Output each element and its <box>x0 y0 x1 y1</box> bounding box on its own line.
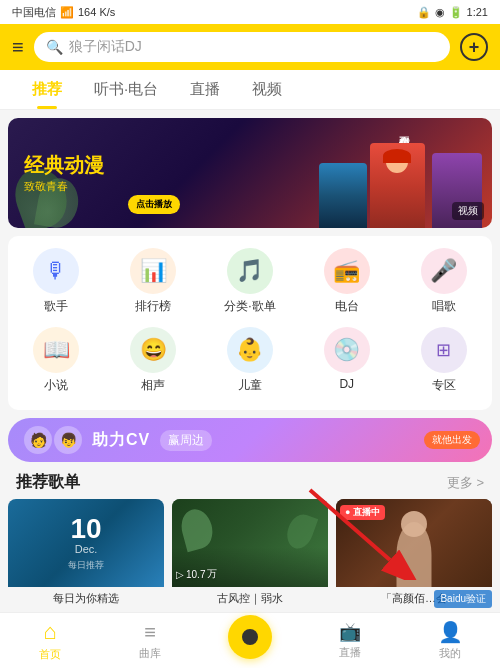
tab-live[interactable]: 直播 <box>174 70 236 109</box>
playlist-nav-label: 曲库 <box>139 646 161 661</box>
play-count: ▷ 10.7万 <box>176 567 217 581</box>
nav-live[interactable]: 📺 直播 <box>300 621 400 660</box>
music-card-daily[interactable]: 10 Dec. 每日推荐 每日为你精选 <box>8 499 164 606</box>
plus-icon: + <box>469 37 480 58</box>
radio-label: 电台 <box>335 298 359 315</box>
watermark: Baidu验证 <box>434 590 492 608</box>
novel-label: 小说 <box>44 377 68 394</box>
music-card-ancient[interactable]: ▷ 10.7万 古风控｜弱水 <box>172 499 328 606</box>
speed-label: 164 K/s <box>78 6 115 18</box>
card-label-daily: 每日为你精选 <box>8 587 164 606</box>
children-label: 儿童 <box>238 377 262 394</box>
signal-icon: 📶 <box>60 6 74 19</box>
card-image-ancient: ▷ 10.7万 <box>172 499 328 587</box>
banner-play-button[interactable]: 点击播放 <box>128 195 180 214</box>
live-badge: ● 直播中 <box>340 505 385 520</box>
status-right: 🔒 ◉ 🔋 1:21 <box>417 6 488 19</box>
section-title: 推荐歌单 <box>16 472 80 493</box>
status-bar: 中国电信 📶 164 K/s 🔒 ◉ 🔋 1:21 <box>0 0 500 24</box>
icon-row-2: 📖 小说 😄 相声 👶 儿童 💿 DJ ⊞ 专区 <box>8 327 492 394</box>
icon-playlist[interactable]: 🎵 分类·歌单 <box>220 248 280 315</box>
profile-nav-label: 我的 <box>439 646 461 661</box>
nav-home[interactable]: ⌂ 首页 <box>0 619 100 662</box>
nav-playlist[interactable]: ≡ 曲库 <box>100 621 200 661</box>
banner[interactable]: 经典动漫 致敬青春 那个不在时代 点击播放 视频 <box>8 118 492 228</box>
dj-label: DJ <box>339 377 354 391</box>
card-date: 10 Dec. 每日推荐 <box>68 515 104 572</box>
lock-icon: 🔒 <box>417 6 431 19</box>
home-label: 首页 <box>39 647 61 662</box>
header: ≡ 🔍 狼子闲话DJ + <box>0 24 500 70</box>
status-left: 中国电信 📶 164 K/s <box>12 5 115 20</box>
bottom-nav: ⌂ 首页 ≡ 曲库 📺 直播 👤 我的 <box>0 612 500 668</box>
banner-badge: 视频 <box>452 202 484 220</box>
chart-label: 排行榜 <box>135 298 171 315</box>
singer-label: 歌手 <box>44 298 68 315</box>
banner-text: 经典动漫 致敬青春 <box>8 141 120 206</box>
play-icon: ▷ <box>176 569 184 580</box>
search-icon: 🔍 <box>46 39 63 55</box>
tab-video[interactable]: 视频 <box>236 70 298 109</box>
zone-label: 专区 <box>432 377 456 394</box>
add-button[interactable]: + <box>460 33 488 61</box>
banner-title: 经典动漫 <box>24 153 104 177</box>
recommend-section-header: 推荐歌单 更多 > <box>0 462 500 499</box>
anime-figure-1 <box>370 143 425 228</box>
home-icon: ⌂ <box>43 619 56 645</box>
novel-icon: 📖 <box>33 327 79 373</box>
nav-center[interactable] <box>200 615 300 667</box>
radio-icon: 📻 <box>324 248 370 294</box>
menu-icon[interactable]: ≡ <box>12 36 24 59</box>
battery-icon: 🔋 <box>449 6 463 19</box>
location-icon: ◉ <box>435 6 445 19</box>
center-play-button[interactable] <box>228 615 272 659</box>
icon-zone[interactable]: ⊞ 专区 <box>414 327 474 394</box>
promo-char-1: 🧑 <box>24 426 52 454</box>
zone-icon: ⊞ <box>421 327 467 373</box>
live-dot: ● <box>345 507 353 517</box>
icon-novel[interactable]: 📖 小说 <box>26 327 86 394</box>
dj-icon: 💿 <box>324 327 370 373</box>
sing-icon: 🎤 <box>421 248 467 294</box>
icon-radio[interactable]: 📻 电台 <box>317 248 377 315</box>
anime-figure-3 <box>319 163 367 228</box>
icon-children[interactable]: 👶 儿童 <box>220 327 280 394</box>
nav-tabs: 推荐 听书·电台 直播 视频 <box>0 70 500 110</box>
icon-chart[interactable]: 📊 排行榜 <box>123 248 183 315</box>
promo-characters: 🧑 👦 <box>24 426 82 454</box>
profile-nav-icon: 👤 <box>438 620 463 644</box>
promo-main-text: 助力CV <box>92 430 150 451</box>
time-label: 1:21 <box>467 6 488 18</box>
music-cards: 10 Dec. 每日推荐 每日为你精选 ▷ 10.7万 古风控｜弱水 <box>0 499 500 606</box>
playlist-icon: 🎵 <box>227 248 273 294</box>
section-more-button[interactable]: 更多 > <box>447 474 484 492</box>
icon-sing[interactable]: 🎤 唱歌 <box>414 248 474 315</box>
card-date-number: 10 <box>68 515 104 543</box>
icon-dj[interactable]: 💿 DJ <box>317 327 377 394</box>
comic-icon: 😄 <box>130 327 176 373</box>
center-play-icon <box>242 629 258 645</box>
card-date-month: Dec. <box>68 543 104 555</box>
children-icon: 👶 <box>227 327 273 373</box>
sing-label: 唱歌 <box>432 298 456 315</box>
promo-extra-text: 就他出发 <box>424 431 480 449</box>
card-sub-label: 每日推荐 <box>68 559 104 572</box>
icon-row-1: 🎙 歌手 📊 排行榜 🎵 分类·歌单 📻 电台 🎤 唱歌 <box>8 248 492 315</box>
live-nav-label: 直播 <box>339 645 361 660</box>
search-bar[interactable]: 🔍 狼子闲话DJ <box>34 32 450 62</box>
tab-audiobook[interactable]: 听书·电台 <box>78 70 174 109</box>
promo-char-2: 👦 <box>54 426 82 454</box>
icon-grid: 🎙 歌手 📊 排行榜 🎵 分类·歌单 📻 电台 🎤 唱歌 📖 <box>8 236 492 410</box>
icon-singer[interactable]: 🎙 歌手 <box>26 248 86 315</box>
search-placeholder: 狼子闲话DJ <box>69 38 142 56</box>
singer-icon: 🎙 <box>33 248 79 294</box>
card-image-daily: 10 Dec. 每日推荐 <box>8 499 164 587</box>
comic-label: 相声 <box>141 377 165 394</box>
promo-banner[interactable]: 🧑 👦 助力CV 赢周边 → 就他出发 <box>8 418 492 462</box>
card-label-ancient: 古风控｜弱水 <box>172 587 328 606</box>
chart-icon: 📊 <box>130 248 176 294</box>
carrier-label: 中国电信 <box>12 5 56 20</box>
tab-recommend[interactable]: 推荐 <box>16 70 78 109</box>
nav-profile[interactable]: 👤 我的 <box>400 620 500 661</box>
icon-comic[interactable]: 😄 相声 <box>123 327 183 394</box>
